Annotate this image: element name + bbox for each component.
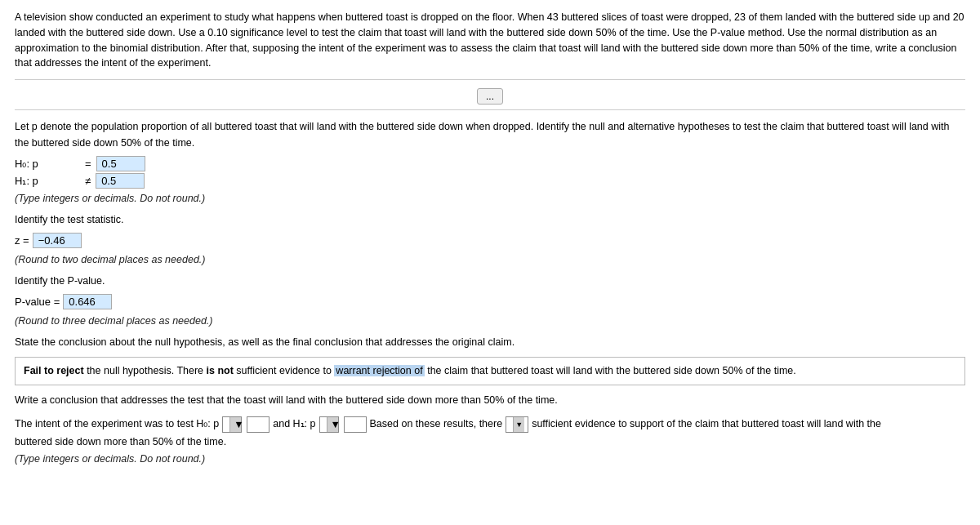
p-value-label: Identify the P-value. [15,273,965,289]
z-row: z = −0.46 [15,233,965,248]
expand-button[interactable]: ... [477,88,503,105]
and-h1: and H₁: p [273,415,315,434]
hypothesis-note: (Type integers or decimals. Do not round… [15,190,965,207]
write-conclusion-label: Write a conclusion that addresses the te… [15,392,965,408]
test-statistic-label: Identify the test statistic. [15,211,965,228]
h0-operator: = [85,158,91,170]
intent-prefix: The intent of the experiment was to test… [15,415,219,434]
sufficient-arrow[interactable]: ▼ [513,417,524,432]
h1-label: H₁: p [15,175,80,187]
conclusion-part3: is not [207,365,234,376]
h1-dropdown[interactable]: ▼ [319,416,339,433]
h1-dropdown-arrow[interactable]: ▼ [327,417,338,432]
h1-input-box[interactable] [344,416,367,433]
h1-value[interactable]: 0.5 [96,173,145,189]
conclusion-part4: sufficient evidence to [236,365,332,376]
z-label: z = [15,234,29,247]
pv-note: (Round to three decimal places as needed… [15,313,965,329]
let-p-text: Let p denote the population proportion o… [15,118,965,151]
pv-value[interactable]: 0.646 [63,294,112,309]
z-value[interactable]: −0.46 [33,233,82,248]
h0-value[interactable]: 0.5 [96,156,145,171]
h0-input-box[interactable] [247,416,270,433]
h0-label: H₀: p [15,158,80,170]
sufficient-dropdown[interactable]: ▼ [506,416,528,433]
conclusion-part1: Fail to reject [24,365,84,376]
conclusion-part5: warrant rejection of [334,365,424,376]
divider [15,109,965,110]
expand-btn-row: ... [15,88,965,105]
intro-text: A television show conducted an experimen… [15,11,964,69]
pv-row: P-value = 0.646 [15,294,965,309]
conclusion-part2: the null hypothesis. There [87,365,203,376]
intent-last-line: buttered side down more than 50% of the … [15,436,965,447]
h0-dropdown[interactable]: ▼ [222,416,242,433]
z-note: (Round to two decimal places as needed.) [15,251,965,268]
h0-dropdown-arrow[interactable]: ▼ [229,417,241,432]
intent-last-note: (Type integers or decimals. Do not round… [15,451,965,467]
conclusion-label: State the conclusion about the null hypo… [15,334,965,350]
let-p-section: Let p denote the population proportion o… [15,118,965,467]
conclusion-box: Fail to reject the null hypothesis. Ther… [15,357,965,385]
intent-row: The intent of the experiment was to test… [15,415,965,434]
intent-last-line-text: buttered side down more than 50% of the … [15,436,226,447]
conclusion-part6: the claim that buttered toast will land … [427,365,796,376]
intro-paragraph: A television show conducted an experimen… [15,10,965,80]
h1-operator: ≠ [85,175,91,187]
h0-row: H₀: p = 0.5 [15,156,965,171]
intent-suffix: sufficient evidence to support of the cl… [532,415,881,434]
pv-label: P-value = [15,296,60,308]
based-text: Based on these results, there [370,415,503,434]
h1-row: H₁: p ≠ 0.5 [15,173,965,189]
